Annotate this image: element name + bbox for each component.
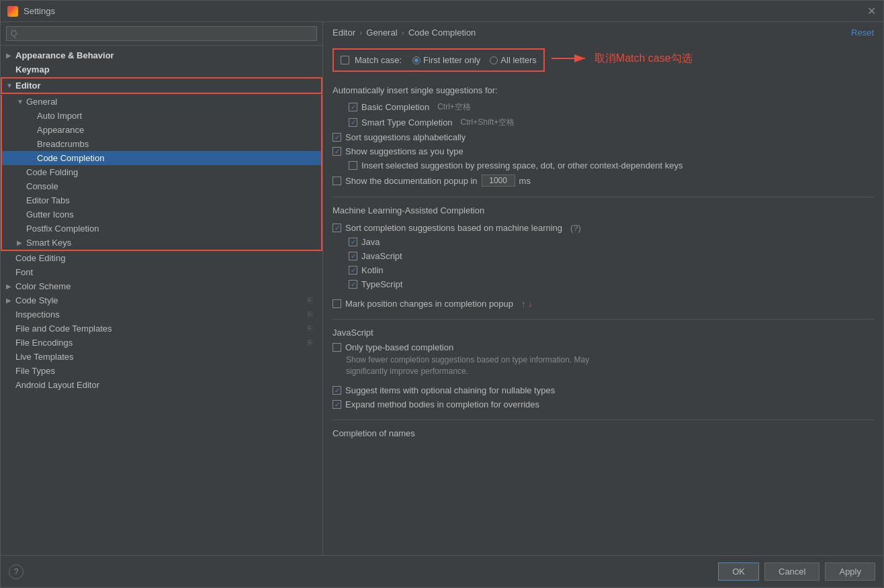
copy-icon: ⎘ xyxy=(308,296,317,305)
optional-chaining-row: Suggest items with optional chaining for… xyxy=(333,383,874,397)
sidebar-item-general[interactable]: ▼ General xyxy=(1,95,322,109)
sidebar-item-code-editing[interactable]: Code Editing xyxy=(1,251,322,265)
expand-method-checkbox[interactable] xyxy=(333,400,341,409)
arrow-icon: ▶ xyxy=(6,52,15,59)
smart-type-checkbox[interactable] xyxy=(349,118,357,127)
sidebar-item-console[interactable]: Console xyxy=(1,179,322,193)
expand-method-row: Expand method bodies in completion for o… xyxy=(333,397,874,411)
sidebar-item-smart-keys[interactable]: ▶ Smart Keys xyxy=(1,236,322,251)
sidebar-item-code-style[interactable]: ▶ Code Style ⎘ xyxy=(1,293,322,307)
optional-chaining-checkbox[interactable] xyxy=(333,386,341,395)
sidebar-item-appearance-behavior[interactable]: ▶ Appearance & Behavior xyxy=(1,48,322,62)
sidebar-item-file-types[interactable]: File Types xyxy=(1,364,322,378)
sidebar-item-inspections[interactable]: Inspections ⎘ xyxy=(1,307,322,322)
sidebar-item-android-layout-editor[interactable]: Android Layout Editor xyxy=(1,378,322,392)
ok-button[interactable]: OK xyxy=(718,562,759,581)
sidebar-item-live-templates[interactable]: Live Templates xyxy=(1,350,322,364)
close-button[interactable]: ✕ xyxy=(866,6,877,17)
breadcrumb-editor: Editor xyxy=(333,28,355,38)
ml-java-checkbox[interactable] xyxy=(349,238,357,246)
copy-icon: ⎘ xyxy=(308,324,317,334)
ml-javascript-checkbox[interactable] xyxy=(349,252,357,260)
arrow-down-indicator: ↓ xyxy=(528,299,533,309)
ml-kotlin-checkbox[interactable] xyxy=(349,266,357,275)
insert-selected-checkbox[interactable] xyxy=(349,161,357,170)
ms-value-input[interactable] xyxy=(482,175,515,187)
ml-section: Machine Learning-Assisted Completion xyxy=(333,205,874,218)
sidebar-item-keymap[interactable]: Keymap xyxy=(1,62,322,77)
sidebar-item-postfix-completion[interactable]: Postfix Completion xyxy=(1,222,322,236)
sidebar-item-font[interactable]: Font xyxy=(1,265,322,279)
sidebar-item-auto-import[interactable]: Auto Import xyxy=(1,109,322,123)
ml-javascript-label: JavaScript xyxy=(361,251,402,261)
sort-ml-row: Sort completion suggestions based on mac… xyxy=(333,221,874,235)
completion-names-title: Completion of names xyxy=(333,428,874,441)
arrow-icon: ▶ xyxy=(6,283,15,290)
tree-container: ▶ Appearance & Behavior Keymap ▼ Editor xyxy=(1,46,322,555)
sidebar-item-color-scheme[interactable]: ▶ Color Scheme xyxy=(1,279,322,293)
ml-java-label: Java xyxy=(361,237,380,247)
smart-type-label: Smart Type Completion xyxy=(361,117,453,128)
ml-title: Machine Learning-Assisted Completion xyxy=(333,205,874,218)
basic-completion-label: Basic Completion xyxy=(361,102,429,112)
sort-alpha-label: Sort suggestions alphabetically xyxy=(345,132,466,142)
sidebar-label: Inspections xyxy=(15,309,305,320)
titlebar: Settings ✕ xyxy=(1,1,883,22)
sidebar-label: Font xyxy=(15,267,317,277)
sidebar-label: Auto Import xyxy=(37,111,316,121)
right-panel: Editor › General › Code Completion Reset… xyxy=(323,22,883,555)
ml-typescript-label: TypeScript xyxy=(361,279,402,289)
bottom-bar: ? OK Cancel Apply xyxy=(1,555,883,587)
sidebar-item-appearance[interactable]: Appearance xyxy=(1,123,322,137)
breadcrumb: Editor › General › Code Completion xyxy=(333,28,476,38)
sidebar-item-editor[interactable]: ▼ Editor xyxy=(1,77,322,94)
sidebar-item-gutter-icons[interactable]: Gutter Icons xyxy=(1,207,322,222)
sidebar-item-file-code-templates[interactable]: File and Code Templates ⎘ xyxy=(1,322,322,336)
ml-kotlin-label: Kotlin xyxy=(361,265,384,275)
sort-ml-checkbox[interactable] xyxy=(333,224,341,232)
optional-chaining-label: Suggest items with optional chaining for… xyxy=(345,385,555,395)
sidebar-label: Keymap xyxy=(15,64,317,75)
help-button[interactable]: ? xyxy=(9,565,24,579)
sidebar-item-code-folding[interactable]: Code Folding xyxy=(1,165,322,179)
sidebar-label: File Encodings xyxy=(15,338,305,348)
breadcrumb-sep1: › xyxy=(359,28,362,38)
basic-completion-checkbox[interactable] xyxy=(349,103,357,111)
mark-position-checkbox[interactable] xyxy=(333,299,341,308)
sidebar-label: Postfix Completion xyxy=(26,224,316,234)
sidebar-label: Code Editing xyxy=(15,253,317,263)
ml-help-icon[interactable]: (?) xyxy=(570,223,581,233)
cancel-button[interactable]: Cancel xyxy=(764,562,820,581)
reset-link[interactable]: Reset xyxy=(851,28,874,38)
show-doc-popup-checkbox[interactable] xyxy=(333,177,341,185)
left-panel: ▶ Appearance & Behavior Keymap ▼ Editor xyxy=(1,22,323,555)
show-suggestions-checkbox[interactable] xyxy=(333,147,341,156)
sidebar-item-code-completion[interactable]: Code Completion xyxy=(1,151,322,165)
sidebar-item-breadcrumbs[interactable]: Breadcrumbs xyxy=(1,137,322,151)
ml-java-row: Java xyxy=(333,235,874,249)
radio-all-letters-text: All letters xyxy=(500,55,536,65)
type-based-label: Only type-based completion xyxy=(345,342,453,352)
radio-first-letter[interactable] xyxy=(412,56,421,64)
app-icon xyxy=(7,6,18,17)
arrow-icon: ▼ xyxy=(6,82,15,89)
sidebar-item-file-encodings[interactable]: File Encodings ⎘ xyxy=(1,336,322,350)
sidebar-item-editor-tabs[interactable]: Editor Tabs xyxy=(1,193,322,207)
apply-button[interactable]: Apply xyxy=(825,562,875,581)
search-input[interactable] xyxy=(6,26,317,41)
mark-position-row: Mark position changes in completion popu… xyxy=(333,297,874,311)
match-case-checkbox[interactable] xyxy=(341,56,349,64)
smart-type-row: Smart Type Completion Ctrl+Shift+空格 xyxy=(333,115,874,130)
type-based-checkbox[interactable] xyxy=(333,343,341,352)
match-case-section: Match case: First letter only All letter… xyxy=(333,48,545,72)
radio-first-letter-text: First letter only xyxy=(423,55,480,65)
expand-method-label: Expand method bodies in completion for o… xyxy=(345,399,539,409)
ml-typescript-checkbox[interactable] xyxy=(349,280,357,289)
breadcrumb-sep2: › xyxy=(402,28,404,38)
sort-alpha-checkbox[interactable] xyxy=(333,133,341,142)
radio-first-letter-label[interactable]: First letter only xyxy=(412,55,480,65)
radio-all-letters[interactable] xyxy=(490,56,498,64)
sidebar-label: Android Layout Editor xyxy=(15,380,317,390)
copy-icon: ⎘ xyxy=(308,310,317,320)
radio-all-letters-label[interactable]: All letters xyxy=(490,55,536,65)
